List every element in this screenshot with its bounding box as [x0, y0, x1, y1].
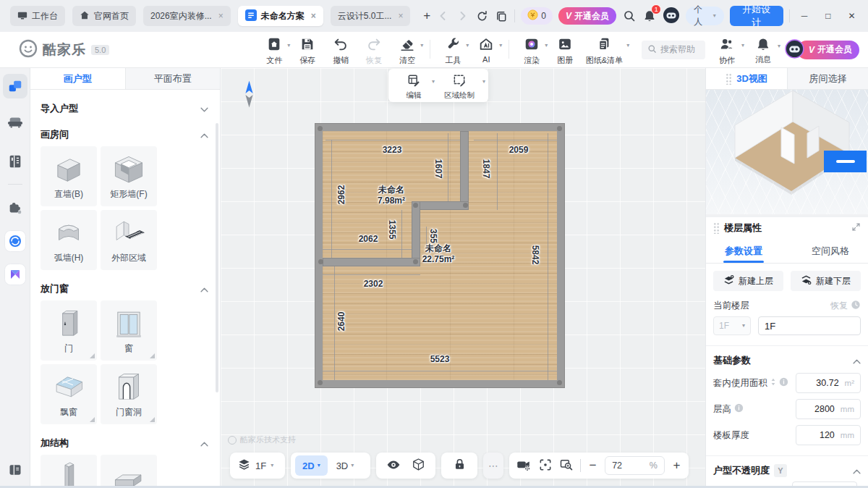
- more-button[interactable]: ⋯: [488, 460, 498, 471]
- floor-name-input[interactable]: [758, 316, 861, 335]
- mode-3d-button[interactable]: 3D ▾: [329, 460, 362, 471]
- coin-balance[interactable]: 0: [521, 7, 553, 25]
- tool-rect-wall[interactable]: 矩形墙(F): [101, 146, 157, 206]
- drag-handle-icon[interactable]: [726, 73, 732, 85]
- zoom-level-input[interactable]: 72 %: [605, 456, 665, 475]
- back-icon[interactable]: [436, 9, 450, 23]
- close-icon[interactable]: ×: [311, 11, 316, 21]
- inner-wall[interactable]: [460, 131, 469, 210]
- close-button[interactable]: ✕: [843, 7, 861, 25]
- tool-bay-window[interactable]: 飘窗: [41, 364, 97, 424]
- vip-upgrade-button[interactable]: V 开通会员: [558, 7, 616, 25]
- drag-handle-icon[interactable]: [713, 222, 720, 234]
- rail-layout-panel-toggle[interactable]: [3, 458, 27, 482]
- tools-button[interactable]: 工具 ▾: [436, 34, 469, 66]
- tab-renovation[interactable]: 2026室内装修... ×: [143, 6, 231, 26]
- wall-joint[interactable]: [413, 259, 418, 264]
- tool-opening[interactable]: 门窗洞: [101, 364, 157, 424]
- start-design-button[interactable]: 开始设计: [730, 6, 783, 26]
- basic-params-header[interactable]: 基础参数: [706, 354, 868, 367]
- undo-button[interactable]: 撤销: [324, 34, 357, 66]
- refresh-icon[interactable]: [475, 9, 489, 23]
- tool-window[interactable]: 窗: [101, 300, 157, 361]
- camera-settings-icon[interactable]: [516, 457, 532, 475]
- tool-beam[interactable]: [101, 455, 157, 488]
- assistant-avatar[interactable]: [663, 7, 680, 26]
- expand-icon[interactable]: [851, 222, 861, 234]
- section-add-structure[interactable]: 加结构: [41, 436, 214, 450]
- save-button[interactable]: 保存: [291, 34, 324, 66]
- section-import-floorplan[interactable]: 导入户型: [41, 101, 214, 116]
- maximize-button[interactable]: □: [819, 7, 837, 25]
- file-button[interactable]: 文件 ▾: [258, 34, 291, 66]
- tab-parameter-settings[interactable]: 参数设置: [725, 239, 762, 263]
- collapse-panel-button[interactable]: [824, 151, 867, 172]
- notifications-button[interactable]: 1: [642, 8, 657, 24]
- eye-icon[interactable]: [386, 458, 401, 474]
- tab-plane-layout[interactable]: 平面布置: [125, 68, 221, 89]
- sort-updown-icon[interactable]: [770, 378, 776, 388]
- album-button[interactable]: 图册: [548, 34, 582, 66]
- floor-height-input[interactable]: 2800 mm: [796, 399, 861, 419]
- tab-space-style[interactable]: 空间风格: [812, 239, 849, 263]
- room-label[interactable]: 未命名 22.75m²: [422, 243, 455, 265]
- floor-selector-group[interactable]: 1F ▾: [230, 453, 285, 479]
- copy-icon[interactable]: [495, 9, 509, 23]
- section-doors-windows[interactable]: 放门窗: [41, 282, 214, 296]
- rail-furniture-tool[interactable]: [3, 110, 27, 135]
- slab-thickness-input[interactable]: 120 mm: [796, 425, 861, 445]
- tool-straight-wall[interactable]: 直墙(B): [41, 146, 97, 206]
- new-upper-floor-button[interactable]: 新建上层: [713, 271, 783, 291]
- new-lower-floor-button[interactable]: 新建下层: [791, 271, 861, 291]
- drawings-list-button[interactable]: 图纸&清单 ▾: [582, 34, 626, 66]
- scrollbar[interactable]: [216, 123, 218, 392]
- new-tab-button[interactable]: +: [417, 7, 435, 25]
- rail-floorplan-tool[interactable]: [3, 74, 27, 98]
- tab-homepage[interactable]: 官网首页: [72, 6, 136, 26]
- forward-icon[interactable]: [456, 9, 469, 23]
- region-draw-button[interactable]: 区域绘制 ▾: [436, 72, 482, 101]
- tab-cloud-design[interactable]: 云设计5.0工... ×: [331, 6, 411, 26]
- inner-wall[interactable]: [323, 258, 420, 266]
- info-icon[interactable]: [734, 403, 744, 415]
- dimension-label[interactable]: 2640: [336, 312, 346, 332]
- info-icon[interactable]: [779, 377, 788, 389]
- tab-draw-floorplan[interactable]: 画户型: [30, 68, 125, 89]
- close-icon[interactable]: ×: [398, 11, 403, 21]
- section-draw-room[interactable]: 画房间: [41, 127, 214, 142]
- redo-button[interactable]: 恢复: [357, 34, 391, 66]
- collaboration-button[interactable]: 协作 ▾: [712, 34, 741, 66]
- dimension-label[interactable]: 5523: [430, 354, 450, 364]
- focus-center-icon[interactable]: [538, 458, 553, 474]
- dimension-label[interactable]: 1847: [481, 159, 491, 179]
- dimension-label[interactable]: 1607: [433, 159, 443, 179]
- usable-area-input[interactable]: 30.72 m²: [796, 373, 861, 393]
- rail-ai-assistant-tool[interactable]: [3, 229, 27, 253]
- wall-joint[interactable]: [318, 380, 323, 385]
- room-label[interactable]: 未命名 7.98m²: [378, 185, 405, 206]
- wall-joint[interactable]: [318, 259, 323, 264]
- wall-joint[interactable]: [463, 203, 468, 208]
- dimension-label[interactable]: 1355: [387, 220, 397, 240]
- tool-pillar[interactable]: [41, 455, 97, 488]
- tool-exterior-area[interactable]: 外部区域: [101, 210, 157, 270]
- rail-plugins-tool[interactable]: [3, 195, 27, 220]
- tab-unnamed-plan[interactable]: 未命名方案 ×: [238, 6, 323, 26]
- cube-icon[interactable]: [412, 458, 425, 474]
- 3d-preview-viewport[interactable]: [706, 90, 868, 214]
- dimension-label[interactable]: 355: [428, 229, 438, 243]
- wall-joint[interactable]: [557, 126, 562, 131]
- dimension-label[interactable]: 2062: [359, 234, 378, 244]
- tab-room-select[interactable]: 房间选择: [787, 68, 868, 89]
- dimension-label[interactable]: 2302: [364, 279, 383, 289]
- tab-3d-view[interactable]: 3D视图: [706, 68, 787, 89]
- rail-partner-tool[interactable]: [3, 262, 27, 287]
- tool-door[interactable]: 门: [41, 300, 97, 361]
- dimension-label[interactable]: 2962: [336, 185, 346, 205]
- zoom-in-button[interactable]: +: [671, 458, 682, 473]
- minimize-button[interactable]: ─: [795, 7, 813, 25]
- close-icon[interactable]: ×: [218, 11, 224, 21]
- messages-button[interactable]: 消息 ▾: [749, 35, 778, 65]
- clear-button[interactable]: 清空 ▾: [391, 34, 424, 66]
- account-menu[interactable]: 个人 ▾: [686, 7, 724, 25]
